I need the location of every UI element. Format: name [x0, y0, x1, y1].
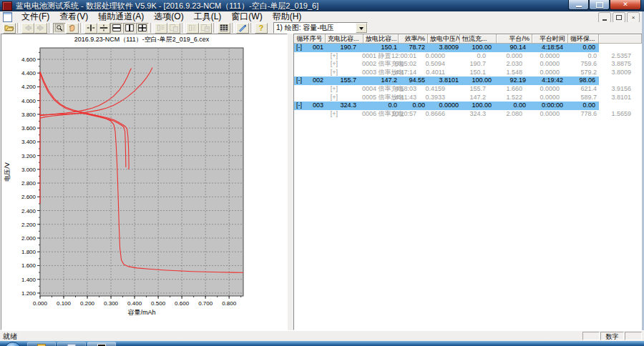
split-quad-button[interactable]: [136, 23, 149, 34]
cell: 2.080: [506, 110, 522, 119]
column-header-1[interactable]: 充电比容...: [326, 34, 364, 44]
menu-item-3[interactable]: 选项(O): [149, 11, 188, 22]
expand-toggle[interactable]: [+]: [331, 85, 338, 94]
taskbar: [0, 341, 644, 346]
y-tick-label: 1.600: [21, 262, 36, 269]
title-bar: 蓝电电池测试系统 - 数据处理软件 V5.9K - [2016.9.23-NCM…: [0, 0, 644, 11]
mdi-minimize-button[interactable]: [598, 12, 611, 23]
cell: 0.000: [506, 52, 522, 61]
step-row[interactable]: [+]0005 倍率放电4:41:430.3933147.21.5220.000…: [294, 94, 642, 102]
open-file-button[interactable]: [3, 23, 16, 34]
collapse-toggle[interactable]: [-]: [296, 102, 302, 110]
column-header-2[interactable]: 放电比容...: [364, 34, 399, 44]
split-vertical-button[interactable]: [123, 23, 136, 34]
collapse-toggle[interactable]: [-]: [296, 44, 302, 52]
menu-item-4[interactable]: 工具(L): [189, 11, 227, 22]
toolbar-separator: [80, 23, 83, 33]
data-grid-button[interactable]: [218, 23, 230, 34]
split-vertical-icon: [125, 24, 135, 32]
mdi-minimize-icon: [602, 19, 607, 21]
cycle-row[interactable]: [-]003324.30.00.000.0000100.000.000:00:0…: [294, 102, 642, 110]
maximize-button[interactable]: [589, 0, 610, 10]
table-header-row[interactable]: 循环序号充电比容...放电比容...效率/%放电中压/V恒流充...平台/%平台…: [294, 34, 642, 44]
expand-toggle[interactable]: [+]: [331, 69, 338, 77]
cell: 92.19: [509, 76, 526, 85]
taskbar-item-active[interactable]: [87, 342, 116, 346]
split-horizontal-button[interactable]: [110, 23, 123, 34]
screen: { "window": { "title": "蓝电电池测试系统 - 数据处理软…: [0, 0, 644, 346]
taskbar-item-2[interactable]: [57, 342, 86, 346]
back-button: [21, 23, 34, 34]
menu-item-6[interactable]: 帮助(H): [268, 11, 307, 22]
help-icon: ?: [256, 24, 266, 32]
toolbar-separator: [17, 23, 20, 33]
cell: 579.2: [580, 69, 597, 77]
annotate-pen-button[interactable]: [236, 23, 249, 34]
cell: 0.0000: [540, 60, 560, 69]
plot-type-dropdown[interactable]: 1) 绘图: 容量-电压: [273, 22, 368, 34]
mdi-close-button[interactable]: ×: [627, 12, 640, 23]
cell: 0.0000: [540, 69, 560, 77]
document-icon[interactable]: [3, 12, 12, 22]
zoom-select-icon: [54, 24, 64, 32]
column-header-8[interactable]: 循环保...: [568, 34, 599, 44]
narrow-x-button[interactable]: [84, 23, 97, 34]
column-header-4[interactable]: 放电中压/V: [428, 34, 460, 44]
toolbar-separator: [49, 23, 52, 33]
collapse-toggle[interactable]: [-]: [296, 76, 302, 85]
cell: 0.0000: [439, 102, 459, 110]
cell: 3.8009: [439, 44, 459, 52]
narrow-y-icon: [99, 24, 109, 32]
expand-toggle[interactable]: [+]: [331, 60, 338, 69]
column-header-5[interactable]: 恒流充...: [460, 34, 497, 44]
menu-item-2[interactable]: 辅助通道(A): [93, 11, 149, 22]
expand-toggle[interactable]: [+]: [331, 94, 338, 102]
plot-area[interactable]: [40, 48, 243, 296]
cell: 12:00:01: [391, 52, 416, 61]
cell: 3.8101: [611, 94, 631, 102]
step-row[interactable]: [+]0003 倍率放电4:47:140.4011150.11.5480.000…: [294, 69, 642, 77]
toolbar-separator: [232, 23, 235, 33]
column-header-6[interactable]: 平台/%: [497, 34, 532, 44]
cell: 190.7: [469, 60, 486, 69]
mdi-restore-button[interactable]: [613, 12, 625, 23]
expand-toggle[interactable]: [+]: [331, 110, 338, 119]
narrow-x-icon: [86, 24, 96, 32]
menu-item-0[interactable]: 文件(F): [16, 11, 54, 22]
cell: 1.5659: [611, 110, 631, 119]
column-header-3[interactable]: 效率/%: [399, 34, 428, 44]
step-row[interactable]: [+]0001 静置12:00:010.00000.00.0000.00000.…: [294, 52, 642, 61]
x-tick-label: 0.200: [80, 300, 95, 307]
column-header-7[interactable]: 平台时间: [532, 34, 568, 44]
capacity-voltage-chart[interactable]: 4.6004.4004.2004.0003.8003.6003.4003.200…: [1, 34, 287, 330]
cell: 147.2: [381, 76, 397, 85]
x-tick-label: 0.100: [57, 300, 72, 307]
close-button[interactable]: ✕: [610, 0, 641, 10]
menu-item-5[interactable]: 窗口(W): [226, 11, 267, 22]
column-header-0[interactable]: 循环序号: [294, 34, 326, 44]
zoom-select-button[interactable]: [53, 23, 66, 34]
column-header-9[interactable]: [599, 34, 642, 44]
minimize-button[interactable]: [568, 0, 589, 10]
cell: 0.4011: [426, 69, 445, 77]
annotate-pen-icon: [238, 24, 248, 32]
step-row[interactable]: [+]0006 倍率充电10:20:570.8666324.32.0800.00…: [294, 110, 642, 119]
y-tick-label: 2.000: [21, 235, 36, 242]
start-button[interactable]: [4, 342, 21, 346]
narrow-y-button[interactable]: [97, 23, 110, 34]
cycle-row[interactable]: [-]001190.7150.178.723.8009100.0090.144:…: [294, 44, 642, 52]
help-button[interactable]: ?: [255, 23, 268, 34]
chart-pane[interactable]: 4.6004.4004.2004.0003.8003.6003.4003.200…: [1, 34, 288, 330]
y-tick-label: 3.000: [21, 167, 36, 173]
chevron-down-icon[interactable]: [356, 23, 367, 33]
menu-item-1[interactable]: 查看(V): [54, 11, 93, 22]
cycle-row[interactable]: [-]002155.7147.294.553.8101100.0092.194:…: [294, 76, 642, 85]
taskbar-item-1[interactable]: [27, 342, 56, 346]
cell: 3.9156: [611, 85, 631, 94]
step-row[interactable]: [+]0004 倍率充电4:58:030.4159155.71.6600.000…: [294, 85, 642, 94]
pan-hand-button[interactable]: [66, 23, 79, 34]
expand-toggle[interactable]: [+]: [331, 52, 338, 61]
step-row[interactable]: [+]0002 倍率充电6:05:020.5094190.72.0300.000…: [294, 60, 642, 69]
cell: 4:18:54: [542, 44, 563, 52]
cell: 0.00: [513, 102, 526, 110]
